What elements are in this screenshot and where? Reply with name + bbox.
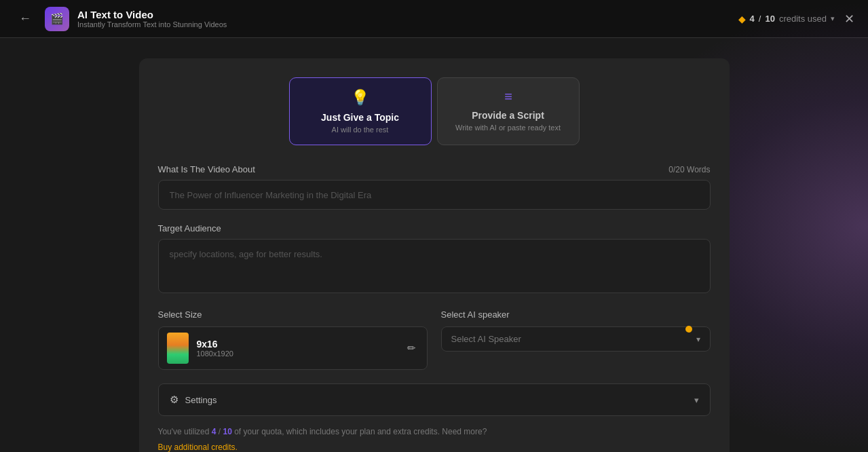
buy-credits-link[interactable]: Buy additional credits. [158, 442, 238, 452]
target-audience-section: Target Audience [158, 223, 711, 296]
speaker-placeholder: Select AI Speaker [451, 334, 696, 344]
app-subtitle: Instantly Transform Text into Stunning V… [77, 20, 227, 29]
topic-icon: 💡 [303, 89, 417, 107]
settings-left: ⚙ Settings [170, 394, 217, 406]
credits-badge: ◆ 4 / 10 credits used ▾ [738, 14, 835, 24]
diamond-icon: ◆ [738, 14, 746, 24]
size-label: Select Size [158, 309, 428, 320]
size-section: Select Size 9x16 1080x1920 ✏ [158, 309, 428, 370]
video-about-section: What Is The Video About 0/20 Words [158, 164, 711, 210]
app-info: AI Text to Video Instantly Transform Tex… [77, 9, 227, 29]
credits-label: credits used [779, 14, 827, 24]
video-about-label: What Is The Video About [158, 164, 255, 174]
footer: You've utilized 4 / 10 of your quota, wh… [158, 427, 711, 452]
credits-chevron-icon[interactable]: ▾ [831, 14, 835, 23]
header-right: ◆ 4 / 10 credits used ▾ ✕ [738, 12, 854, 26]
size-thumbnail [167, 333, 189, 364]
footer-text-suffix: of your quota, which includes your plan … [234, 427, 487, 436]
footer-used: 4 [212, 427, 216, 436]
script-title: Provide a Script [451, 110, 565, 121]
footer-info: You've utilized 4 / 10 of your quota, wh… [158, 427, 711, 436]
app-title: AI Text to Video [77, 9, 227, 20]
app-logo-icon: 🎬 [50, 12, 64, 25]
main-card: 💡 Just Give a Topic AI will do the rest … [139, 58, 730, 452]
credits-separator: / [759, 14, 761, 24]
settings-label: Settings [185, 395, 217, 405]
target-audience-label: Target Audience [158, 223, 221, 233]
mode-script-button[interactable]: ≡ Provide a Script Write with AI or past… [437, 77, 580, 145]
header: ← 🎬 AI Text to Video Instantly Transform… [0, 0, 868, 38]
settings-bar[interactable]: ⚙ Settings ▾ [158, 383, 711, 416]
mode-topic-button[interactable]: 💡 Just Give a Topic AI will do the rest [289, 77, 432, 145]
close-button[interactable]: ✕ [844, 12, 854, 26]
speaker-dropdown[interactable]: Select AI Speaker ▾ [441, 326, 711, 352]
topic-title: Just Give a Topic [303, 112, 417, 123]
speaker-dropdown-arrow-icon: ▾ [696, 335, 700, 344]
size-dimensions: 1080x1920 [197, 350, 396, 358]
target-audience-input[interactable] [158, 239, 711, 293]
app-logo: 🎬 [45, 7, 69, 31]
speaker-label: Select AI speaker [441, 309, 711, 320]
header-left: ← 🎬 AI Text to Video Instantly Transform… [14, 7, 227, 31]
topic-subtitle: AI will do the rest [303, 126, 417, 134]
size-edit-button[interactable]: ✏ [404, 339, 419, 357]
back-button[interactable]: ← [14, 9, 37, 29]
size-info: 9x16 1080x1920 [197, 339, 396, 358]
footer-text-prefix: You've utilized [158, 427, 210, 436]
speaker-notification-dot [685, 326, 692, 333]
video-about-input[interactable] [158, 180, 711, 210]
settings-icon: ⚙ [170, 394, 178, 406]
mode-selector: 💡 Just Give a Topic AI will do the rest … [158, 77, 711, 145]
target-audience-header: Target Audience [158, 223, 711, 233]
speaker-section: Select AI speaker Select AI Speaker ▾ [441, 309, 711, 370]
script-icon: ≡ [451, 89, 565, 105]
size-selector[interactable]: 9x16 1080x1920 ✏ [158, 326, 428, 370]
bottom-row: Select Size 9x16 1080x1920 ✏ Select AI s… [158, 309, 711, 370]
main-content: 💡 Just Give a Topic AI will do the rest … [0, 38, 868, 452]
credits-total: 10 [765, 14, 774, 24]
word-count: 0/20 Words [668, 165, 710, 174]
script-subtitle: Write with AI or paste ready text [451, 124, 565, 132]
size-ratio: 9x16 [197, 339, 396, 350]
credits-used: 4 [750, 14, 755, 24]
settings-chevron-icon: ▾ [694, 395, 699, 405]
footer-total: 10 [223, 427, 231, 436]
video-about-header: What Is The Video About 0/20 Words [158, 164, 711, 174]
